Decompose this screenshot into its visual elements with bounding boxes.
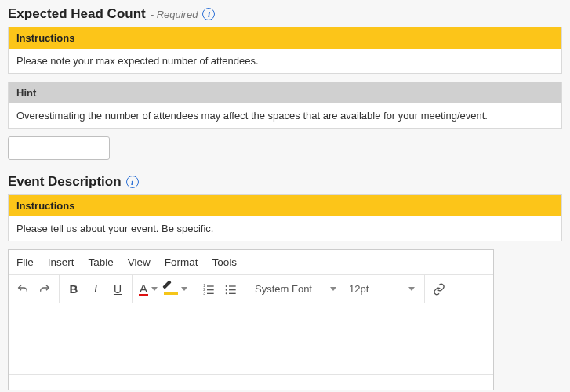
unordered-list-button[interactable] — [220, 278, 241, 300]
hint-body: Overestimating the number of attendees m… — [9, 103, 561, 128]
svg-point-10 — [226, 292, 227, 294]
font-size-label: 12pt — [349, 283, 369, 295]
info-icon[interactable]: i — [126, 176, 139, 188]
description-instructions-panel: Instructions Please tell us about your e… — [8, 194, 562, 241]
editor-content[interactable] — [9, 303, 493, 374]
rich-text-editor: File Insert Table View Format Tools B — [8, 249, 494, 390]
menu-view[interactable]: View — [128, 256, 151, 268]
undo-button[interactable] — [12, 278, 34, 300]
chevron-down-icon — [181, 287, 187, 291]
svg-text:3: 3 — [203, 291, 205, 295]
headcount-section: Expected Head Count - Required i Instruc… — [8, 6, 562, 160]
underline-button[interactable]: U — [107, 278, 129, 300]
redo-button[interactable] — [34, 278, 56, 300]
menu-tools[interactable]: Tools — [212, 256, 238, 268]
svg-point-6 — [226, 285, 227, 287]
editor-statusbar — [9, 374, 493, 390]
headcount-input[interactable] — [8, 136, 110, 160]
headcount-hint-panel: Hint Overestimating the number of attend… — [8, 82, 562, 129]
description-section: Event Description i Instructions Please … — [8, 174, 562, 390]
highlight-color-button[interactable] — [161, 278, 191, 300]
font-family-select[interactable]: System Font — [249, 278, 343, 300]
instructions-body: Please note your max expected number of … — [9, 49, 561, 73]
chevron-down-icon — [408, 287, 415, 291]
hint-header: Hint — [9, 82, 561, 103]
headcount-title: Expected Head Count — [8, 6, 146, 22]
font-size-select[interactable]: 12pt — [343, 278, 421, 300]
svg-point-8 — [226, 289, 227, 290]
chevron-down-icon — [151, 287, 158, 291]
headcount-header: Expected Head Count - Required i — [8, 6, 562, 22]
menu-insert[interactable]: Insert — [48, 256, 74, 268]
instructions-header: Instructions — [9, 27, 561, 49]
ordered-list-icon: 123 — [202, 283, 215, 296]
headcount-required: - Required — [151, 9, 198, 20]
highlight-icon — [164, 285, 178, 293]
menu-file[interactable]: File — [16, 256, 34, 268]
ordered-list-button[interactable]: 123 — [198, 278, 220, 300]
undo-icon — [16, 283, 29, 296]
editor-menubar: File Insert Table View Format Tools — [9, 250, 493, 275]
text-color-icon: A — [139, 282, 148, 296]
menu-table[interactable]: Table — [89, 256, 114, 268]
link-icon — [433, 283, 445, 296]
instructions-header: Instructions — [9, 195, 561, 216]
headcount-instructions-panel: Instructions Please note your max expect… — [8, 27, 562, 74]
menu-format[interactable]: Format — [165, 256, 198, 268]
unordered-list-icon — [224, 283, 237, 296]
bold-button[interactable]: B — [63, 278, 85, 300]
chevron-down-icon — [330, 287, 336, 291]
redo-icon — [38, 283, 51, 296]
description-header: Event Description i — [8, 174, 562, 190]
editor-toolbar: B I U A 123 — [9, 275, 493, 303]
info-icon[interactable]: i — [202, 8, 215, 20]
link-button[interactable] — [428, 278, 450, 300]
instructions-body: Please tell us about your event. Be spec… — [9, 216, 561, 241]
text-color-button[interactable]: A — [136, 278, 161, 300]
description-title: Event Description — [8, 174, 122, 190]
italic-button[interactable]: I — [85, 278, 107, 300]
font-family-label: System Font — [255, 283, 312, 295]
